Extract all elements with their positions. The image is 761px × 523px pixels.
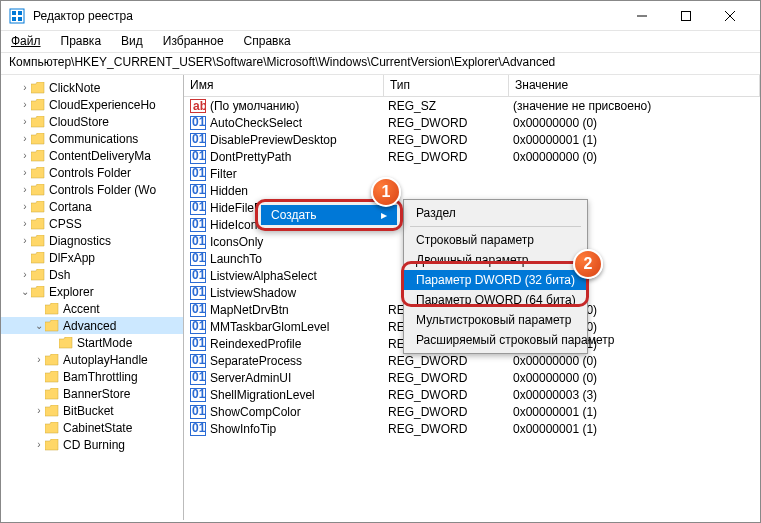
expand-icon[interactable]: ›	[33, 354, 45, 365]
folder-icon	[31, 82, 45, 94]
svg-text:011: 011	[192, 116, 206, 129]
svg-text:011: 011	[192, 320, 206, 333]
menu-item-binary[interactable]: Двоичный параметр	[404, 250, 587, 270]
svg-rect-4	[18, 17, 22, 21]
tree-node[interactable]: ›Cortana	[1, 198, 183, 215]
value-name: DontPrettyPath	[210, 150, 388, 164]
menu-file[interactable]: Файл	[1, 31, 51, 52]
expand-icon[interactable]: ›	[19, 184, 31, 195]
menu-item-create[interactable]: Создать ▸	[261, 205, 397, 225]
minimize-button[interactable]	[620, 2, 664, 30]
menu-item-multistring[interactable]: Мультистроковый параметр	[404, 310, 587, 330]
tree-node[interactable]: ›Controls Folder	[1, 164, 183, 181]
list-row[interactable]: 011DontPrettyPathREG_DWORD0x00000000 (0)	[184, 148, 760, 165]
tree-node[interactable]: CabinetState	[1, 419, 183, 436]
list-row[interactable]: 011ShellMigrationLevelREG_DWORD0x0000000…	[184, 386, 760, 403]
expand-icon[interactable]: ›	[19, 133, 31, 144]
folder-icon	[45, 354, 59, 366]
tree-node[interactable]: DlFxApp	[1, 249, 183, 266]
binary-value-icon: 011	[190, 201, 206, 215]
list-row[interactable]: 011Hidden	[184, 182, 760, 199]
svg-rect-3	[12, 17, 16, 21]
expand-icon[interactable]: ›	[19, 235, 31, 246]
value-name: ListviewShadow	[210, 286, 388, 300]
tree-node[interactable]: BannerStore	[1, 385, 183, 402]
svg-text:011: 011	[192, 371, 206, 384]
tree-node[interactable]: ›BitBucket	[1, 402, 183, 419]
tree-node[interactable]: ⌄Explorer	[1, 283, 183, 300]
list-row[interactable]: ab(По умолчанию)REG_SZ(значение не присв…	[184, 97, 760, 114]
tree-label: CloudExperienceHo	[49, 98, 156, 112]
tree-node[interactable]: StartMode	[1, 334, 183, 351]
expand-icon[interactable]: ›	[19, 269, 31, 280]
string-value-icon: ab	[190, 99, 206, 113]
list-row[interactable]: 011ServerAdminUIREG_DWORD0x00000000 (0)	[184, 369, 760, 386]
value-data: 0x00000000 (0)	[513, 150, 754, 164]
expand-icon[interactable]: ›	[19, 218, 31, 229]
expand-icon[interactable]: ⌄	[33, 320, 45, 331]
value-type: REG_DWORD	[388, 354, 513, 368]
menu-edit[interactable]: Правка	[51, 31, 112, 52]
list-row[interactable]: 011ShowInfoTipREG_DWORD0x00000001 (1)	[184, 420, 760, 437]
folder-icon	[31, 269, 45, 281]
value-name: ShellMigrationLevel	[210, 388, 388, 402]
tree-node[interactable]: ›CD Burning	[1, 436, 183, 453]
col-type[interactable]: Тип	[384, 75, 509, 96]
folder-icon	[45, 303, 59, 315]
list-row[interactable]: 011ShowCompColorREG_DWORD0x00000001 (1)	[184, 403, 760, 420]
menu-item-qword[interactable]: Параметр QWORD (64 бита)	[404, 290, 587, 310]
tree-node[interactable]: ›AutoplayHandle	[1, 351, 183, 368]
list-row[interactable]: 011DisablePreviewDesktopREG_DWORD0x00000…	[184, 131, 760, 148]
tree-pane[interactable]: ›ClickNote›CloudExperienceHo›CloudStore›…	[1, 75, 184, 520]
tree-node[interactable]: ›CPSS	[1, 215, 183, 232]
svg-text:011: 011	[192, 167, 206, 180]
value-data: 0x00000001 (1)	[513, 133, 754, 147]
tree-label: CloudStore	[49, 115, 109, 129]
tree-node[interactable]: ›Controls Folder (Wo	[1, 181, 183, 198]
maximize-button[interactable]	[664, 2, 708, 30]
menu-view[interactable]: Вид	[111, 31, 153, 52]
tree-label: Advanced	[63, 319, 116, 333]
list-row[interactable]: 011AutoCheckSelectREG_DWORD0x00000000 (0…	[184, 114, 760, 131]
tree-node[interactable]: ›ContentDeliveryMa	[1, 147, 183, 164]
menu-item-string[interactable]: Строковый параметр	[404, 230, 587, 250]
expand-icon[interactable]: ›	[19, 82, 31, 93]
svg-text:011: 011	[192, 337, 206, 350]
expand-icon[interactable]: ›	[19, 99, 31, 110]
list-row[interactable]: 011SeparateProcessREG_DWORD0x00000000 (0…	[184, 352, 760, 369]
expand-icon[interactable]: ›	[19, 116, 31, 127]
close-button[interactable]	[708, 2, 752, 30]
value-name: AutoCheckSelect	[210, 116, 388, 130]
menu-item-expandstring[interactable]: Расширяемый строковый параметр	[404, 330, 587, 350]
tree-node[interactable]: ⌄Advanced	[1, 317, 183, 334]
list-row[interactable]: 011Filter	[184, 165, 760, 182]
value-name: SeparateProcess	[210, 354, 388, 368]
expand-icon[interactable]: ›	[33, 439, 45, 450]
tree-node[interactable]: ›Diagnostics	[1, 232, 183, 249]
expand-icon[interactable]: ⌄	[19, 286, 31, 297]
menu-item-key[interactable]: Раздел	[404, 203, 587, 223]
expand-icon[interactable]: ›	[19, 150, 31, 161]
menu-help[interactable]: Справка	[234, 31, 301, 52]
value-name: MMTaskbarGlomLevel	[210, 320, 388, 334]
binary-value-icon: 011	[190, 184, 206, 198]
tree-node[interactable]: ›Dsh	[1, 266, 183, 283]
svg-text:011: 011	[192, 269, 206, 282]
tree-node[interactable]: BamThrottling	[1, 368, 183, 385]
menu-favorites[interactable]: Избранное	[153, 31, 234, 52]
binary-value-icon: 011	[190, 303, 206, 317]
value-name: DisablePreviewDesktop	[210, 133, 388, 147]
tree-node[interactable]: Accent	[1, 300, 183, 317]
col-value[interactable]: Значение	[509, 75, 760, 96]
tree-node[interactable]: ›Communications	[1, 130, 183, 147]
expand-icon[interactable]: ›	[19, 167, 31, 178]
tree-node[interactable]: ›ClickNote	[1, 79, 183, 96]
address-bar[interactable]: Компьютер\HKEY_CURRENT_USER\Software\Mic…	[1, 53, 760, 75]
menu-item-dword[interactable]: Параметр DWORD (32 бита)	[404, 270, 587, 290]
tree-node[interactable]: ›CloudStore	[1, 113, 183, 130]
col-name[interactable]: Имя	[184, 75, 384, 96]
tree-node[interactable]: ›CloudExperienceHo	[1, 96, 183, 113]
expand-icon[interactable]: ›	[19, 201, 31, 212]
svg-text:011: 011	[192, 201, 206, 214]
expand-icon[interactable]: ›	[33, 405, 45, 416]
